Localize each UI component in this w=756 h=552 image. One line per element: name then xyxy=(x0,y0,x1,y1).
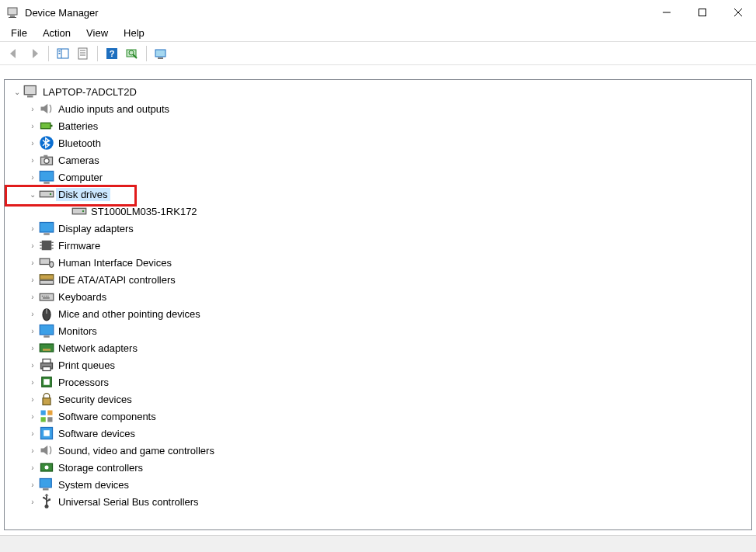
tree-item-mice[interactable]: › Mice and other pointing devices xyxy=(5,305,751,322)
tree-item-monitors[interactable]: › Monitors xyxy=(5,322,751,339)
tree-item-label: Security devices xyxy=(56,393,134,406)
svg-rect-67 xyxy=(47,411,52,415)
chevron-right-icon[interactable]: › xyxy=(26,463,39,472)
svg-rect-29 xyxy=(40,172,54,182)
tree-item-disk-device[interactable]: › ST1000LM035-1RK172 xyxy=(5,203,751,220)
device-tree[interactable]: ⌄ LAPTOP-7ADCLT2D › Audio inputs and out… xyxy=(4,79,752,530)
chevron-right-icon[interactable]: › xyxy=(26,276,39,284)
chevron-right-icon[interactable]: › xyxy=(26,378,39,387)
add-legacy-hardware-button[interactable] xyxy=(152,44,170,63)
chevron-right-icon[interactable]: › xyxy=(26,259,39,267)
tree-item-disk-drives[interactable]: ⌄ Disk drives xyxy=(5,186,751,203)
chevron-right-icon[interactable]: › xyxy=(26,122,39,130)
tree-item-processors[interactable]: › Processors xyxy=(5,373,751,391)
tree-item-security[interactable]: › Security devices xyxy=(5,391,751,408)
tree-item-system[interactable]: › System devices xyxy=(5,476,751,493)
tree-item-sound[interactable]: › Sound, video and game controllers xyxy=(5,442,751,459)
chevron-right-icon[interactable]: › xyxy=(26,156,39,165)
menu-file[interactable]: File xyxy=(3,26,35,40)
tree-item-label: Network adapters xyxy=(56,342,140,355)
tree-item-label: Human Interface Devices xyxy=(56,256,174,269)
speaker-icon xyxy=(39,102,54,115)
chevron-down-icon[interactable]: ⌄ xyxy=(11,88,23,96)
back-button[interactable] xyxy=(5,44,23,63)
chevron-down-icon[interactable]: ⌄ xyxy=(26,190,39,199)
tree-item-software-components[interactable]: › Software components xyxy=(5,408,751,425)
tree-item-label: Cameras xyxy=(56,154,102,167)
tree-item-keyboards[interactable]: › Keyboards xyxy=(5,288,751,305)
chevron-right-icon[interactable]: › xyxy=(26,293,39,301)
chevron-right-icon[interactable]: › xyxy=(26,446,39,455)
menu-help[interactable]: Help xyxy=(116,26,152,40)
tree-item-ide[interactable]: › IDE ATA/ATAPI controllers xyxy=(5,271,751,288)
chevron-right-icon[interactable]: › xyxy=(26,139,39,148)
svg-rect-11 xyxy=(78,48,87,59)
software-device-icon xyxy=(39,427,54,439)
chevron-right-icon[interactable]: › xyxy=(26,481,39,489)
svg-rect-62 xyxy=(43,367,51,371)
svg-rect-64 xyxy=(44,379,50,385)
maximize-button[interactable] xyxy=(685,0,720,25)
svg-rect-24 xyxy=(51,125,53,127)
chevron-right-icon[interactable]: › xyxy=(26,412,39,421)
svg-rect-48 xyxy=(40,293,54,300)
chevron-right-icon[interactable]: › xyxy=(26,361,39,370)
tree-item-usb[interactable]: › Universal Serial Bus controllers xyxy=(5,493,751,510)
svg-rect-49 xyxy=(42,296,43,297)
lock-icon xyxy=(39,393,54,405)
tree-root[interactable]: ⌄ LAPTOP-7ADCLT2D xyxy=(5,83,751,100)
svg-rect-57 xyxy=(44,335,50,338)
forward-button[interactable] xyxy=(25,44,44,63)
tree-item-label: ST1000LM035-1RK172 xyxy=(89,205,200,218)
chevron-right-icon[interactable]: › xyxy=(26,429,39,438)
tree-item-display[interactable]: › Display adapters xyxy=(5,220,751,237)
svg-rect-59 xyxy=(43,349,51,351)
tree-item-print-queues[interactable]: › Print queues xyxy=(5,356,751,373)
svg-rect-44 xyxy=(40,259,50,265)
svg-rect-20 xyxy=(158,57,163,59)
toolbar-separator xyxy=(97,46,98,61)
chevron-right-icon[interactable]: › xyxy=(26,344,39,352)
close-button[interactable] xyxy=(720,0,756,25)
chip-icon xyxy=(39,239,54,252)
tree-item-label: Computer xyxy=(56,171,105,184)
tree-item-bluetooth[interactable]: › Bluetooth xyxy=(5,134,751,151)
tree-item-label: IDE ATA/ATAPI controllers xyxy=(56,273,178,286)
tree-item-software-devices[interactable]: › Software devices xyxy=(5,425,751,442)
properties-button[interactable] xyxy=(74,44,92,63)
svg-rect-10 xyxy=(59,53,61,54)
svg-rect-51 xyxy=(46,296,47,297)
menu-view[interactable]: View xyxy=(78,26,116,40)
speaker-icon xyxy=(39,444,54,457)
show-hide-tree-button[interactable] xyxy=(54,44,72,63)
minimize-button[interactable] xyxy=(649,0,685,25)
chevron-right-icon[interactable]: › xyxy=(26,173,39,182)
chevron-right-icon[interactable]: › xyxy=(26,498,39,506)
camera-icon xyxy=(39,154,54,166)
help-button[interactable]: ? xyxy=(103,44,121,63)
device-manager-icon xyxy=(6,6,19,19)
tree-item-batteries[interactable]: › Batteries xyxy=(5,117,751,134)
chevron-right-icon[interactable]: › xyxy=(26,395,39,404)
monitor-icon xyxy=(39,325,54,337)
tree-item-label: Disk drives xyxy=(56,188,110,201)
tree-item-firmware[interactable]: › Firmware xyxy=(5,237,751,254)
network-adapter-icon xyxy=(39,342,54,354)
chevron-right-icon[interactable]: › xyxy=(26,310,39,318)
menu-action[interactable]: Action xyxy=(35,26,78,40)
chevron-right-icon[interactable]: › xyxy=(26,241,39,250)
printer-icon xyxy=(39,359,54,371)
tree-item-storage[interactable]: › Storage controllers xyxy=(5,459,751,476)
scan-hardware-button[interactable] xyxy=(123,44,141,63)
tree-item-computer[interactable]: › Computer xyxy=(5,168,751,186)
tree-item-hid[interactable]: › Human Interface Devices xyxy=(5,254,751,271)
keyboard-icon xyxy=(39,290,54,303)
svg-rect-21 xyxy=(24,86,36,95)
tree-item-audio[interactable]: › Audio inputs and outputs xyxy=(5,100,751,117)
svg-rect-37 xyxy=(42,241,52,251)
chevron-right-icon[interactable]: › xyxy=(26,224,39,233)
tree-item-network[interactable]: › Network adapters xyxy=(5,339,751,356)
chevron-right-icon[interactable]: › xyxy=(26,105,39,113)
chevron-right-icon[interactable]: › xyxy=(26,327,39,335)
tree-item-cameras[interactable]: › Cameras xyxy=(5,151,751,168)
